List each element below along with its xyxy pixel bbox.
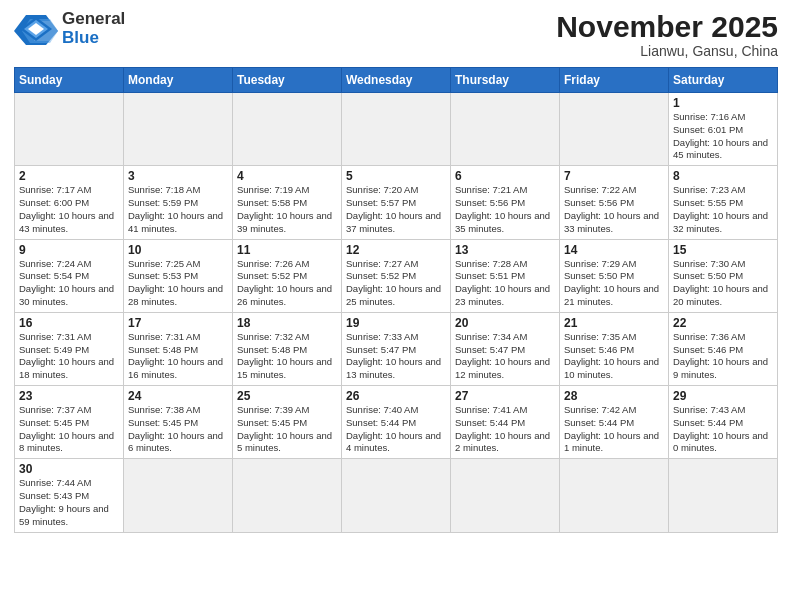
- calendar-cell-17: 12Sunrise: 7:27 AMSunset: 5:52 PMDayligh…: [342, 239, 451, 312]
- logo-general: General: [62, 10, 125, 29]
- calendar-cell-27: 22Sunrise: 7:36 AMSunset: 5:46 PMDayligh…: [669, 312, 778, 385]
- day-number: 27: [455, 389, 555, 403]
- calendar-cell-39: [451, 459, 560, 532]
- day-number: 5: [346, 169, 446, 183]
- day-number: 4: [237, 169, 337, 183]
- calendar-cell-33: 28Sunrise: 7:42 AMSunset: 5:44 PMDayligh…: [560, 386, 669, 459]
- calendar-cell-35: 30Sunrise: 7:44 AMSunset: 5:43 PMDayligh…: [15, 459, 124, 532]
- day-number: 28: [564, 389, 664, 403]
- day-info: Sunrise: 7:28 AMSunset: 5:51 PMDaylight:…: [455, 258, 555, 309]
- page: General Blue November 2025 Lianwu, Gansu…: [0, 0, 792, 612]
- calendar-cell-2: [233, 93, 342, 166]
- week-row-3: 9Sunrise: 7:24 AMSunset: 5:54 PMDaylight…: [15, 239, 778, 312]
- day-info: Sunrise: 7:17 AMSunset: 6:00 PMDaylight:…: [19, 184, 119, 235]
- calendar-cell-1: [124, 93, 233, 166]
- calendar-cell-26: 21Sunrise: 7:35 AMSunset: 5:46 PMDayligh…: [560, 312, 669, 385]
- day-info: Sunrise: 7:36 AMSunset: 5:46 PMDaylight:…: [673, 331, 773, 382]
- day-number: 25: [237, 389, 337, 403]
- day-info: Sunrise: 7:44 AMSunset: 5:43 PMDaylight:…: [19, 477, 119, 528]
- header-thursday: Thursday: [451, 68, 560, 93]
- day-info: Sunrise: 7:31 AMSunset: 5:48 PMDaylight:…: [128, 331, 228, 382]
- day-number: 29: [673, 389, 773, 403]
- weekday-header-row: Sunday Monday Tuesday Wednesday Thursday…: [15, 68, 778, 93]
- day-info: Sunrise: 7:19 AMSunset: 5:58 PMDaylight:…: [237, 184, 337, 235]
- calendar: Sunday Monday Tuesday Wednesday Thursday…: [14, 67, 778, 533]
- day-number: 15: [673, 243, 773, 257]
- calendar-cell-19: 14Sunrise: 7:29 AMSunset: 5:50 PMDayligh…: [560, 239, 669, 312]
- calendar-cell-18: 13Sunrise: 7:28 AMSunset: 5:51 PMDayligh…: [451, 239, 560, 312]
- day-number: 19: [346, 316, 446, 330]
- day-info: Sunrise: 7:34 AMSunset: 5:47 PMDaylight:…: [455, 331, 555, 382]
- logo-text: General Blue: [62, 10, 125, 47]
- calendar-cell-38: [342, 459, 451, 532]
- calendar-cell-41: [669, 459, 778, 532]
- day-info: Sunrise: 7:27 AMSunset: 5:52 PMDaylight:…: [346, 258, 446, 309]
- day-info: Sunrise: 7:43 AMSunset: 5:44 PMDaylight:…: [673, 404, 773, 455]
- day-info: Sunrise: 7:40 AMSunset: 5:44 PMDaylight:…: [346, 404, 446, 455]
- week-row-1: 1Sunrise: 7:16 AMSunset: 6:01 PMDaylight…: [15, 93, 778, 166]
- calendar-cell-28: 23Sunrise: 7:37 AMSunset: 5:45 PMDayligh…: [15, 386, 124, 459]
- calendar-cell-34: 29Sunrise: 7:43 AMSunset: 5:44 PMDayligh…: [669, 386, 778, 459]
- day-info: Sunrise: 7:42 AMSunset: 5:44 PMDaylight:…: [564, 404, 664, 455]
- day-number: 17: [128, 316, 228, 330]
- logo-icon: [14, 11, 58, 47]
- week-row-5: 23Sunrise: 7:37 AMSunset: 5:45 PMDayligh…: [15, 386, 778, 459]
- day-info: Sunrise: 7:22 AMSunset: 5:56 PMDaylight:…: [564, 184, 664, 235]
- day-info: Sunrise: 7:39 AMSunset: 5:45 PMDaylight:…: [237, 404, 337, 455]
- day-number: 3: [128, 169, 228, 183]
- calendar-cell-23: 18Sunrise: 7:32 AMSunset: 5:48 PMDayligh…: [233, 312, 342, 385]
- day-info: Sunrise: 7:21 AMSunset: 5:56 PMDaylight:…: [455, 184, 555, 235]
- calendar-cell-37: [233, 459, 342, 532]
- calendar-cell-22: 17Sunrise: 7:31 AMSunset: 5:48 PMDayligh…: [124, 312, 233, 385]
- day-number: 7: [564, 169, 664, 183]
- calendar-cell-5: [560, 93, 669, 166]
- day-info: Sunrise: 7:23 AMSunset: 5:55 PMDaylight:…: [673, 184, 773, 235]
- day-number: 18: [237, 316, 337, 330]
- calendar-cell-16: 11Sunrise: 7:26 AMSunset: 5:52 PMDayligh…: [233, 239, 342, 312]
- calendar-cell-29: 24Sunrise: 7:38 AMSunset: 5:45 PMDayligh…: [124, 386, 233, 459]
- day-info: Sunrise: 7:30 AMSunset: 5:50 PMDaylight:…: [673, 258, 773, 309]
- calendar-cell-14: 9Sunrise: 7:24 AMSunset: 5:54 PMDaylight…: [15, 239, 124, 312]
- day-info: Sunrise: 7:16 AMSunset: 6:01 PMDaylight:…: [673, 111, 773, 162]
- day-number: 22: [673, 316, 773, 330]
- title-block: November 2025 Lianwu, Gansu, China: [556, 10, 778, 59]
- day-number: 26: [346, 389, 446, 403]
- day-number: 11: [237, 243, 337, 257]
- calendar-cell-24: 19Sunrise: 7:33 AMSunset: 5:47 PMDayligh…: [342, 312, 451, 385]
- calendar-cell-32: 27Sunrise: 7:41 AMSunset: 5:44 PMDayligh…: [451, 386, 560, 459]
- calendar-cell-13: 8Sunrise: 7:23 AMSunset: 5:55 PMDaylight…: [669, 166, 778, 239]
- logo: General Blue: [14, 10, 125, 47]
- calendar-cell-10: 5Sunrise: 7:20 AMSunset: 5:57 PMDaylight…: [342, 166, 451, 239]
- day-info: Sunrise: 7:41 AMSunset: 5:44 PMDaylight:…: [455, 404, 555, 455]
- week-row-6: 30Sunrise: 7:44 AMSunset: 5:43 PMDayligh…: [15, 459, 778, 532]
- day-info: Sunrise: 7:18 AMSunset: 5:59 PMDaylight:…: [128, 184, 228, 235]
- calendar-cell-36: [124, 459, 233, 532]
- day-number: 21: [564, 316, 664, 330]
- day-info: Sunrise: 7:29 AMSunset: 5:50 PMDaylight:…: [564, 258, 664, 309]
- week-row-4: 16Sunrise: 7:31 AMSunset: 5:49 PMDayligh…: [15, 312, 778, 385]
- day-number: 23: [19, 389, 119, 403]
- day-number: 6: [455, 169, 555, 183]
- calendar-cell-40: [560, 459, 669, 532]
- day-info: Sunrise: 7:33 AMSunset: 5:47 PMDaylight:…: [346, 331, 446, 382]
- day-number: 10: [128, 243, 228, 257]
- day-number: 24: [128, 389, 228, 403]
- day-number: 12: [346, 243, 446, 257]
- calendar-cell-7: 2Sunrise: 7:17 AMSunset: 6:00 PMDaylight…: [15, 166, 124, 239]
- day-info: Sunrise: 7:37 AMSunset: 5:45 PMDaylight:…: [19, 404, 119, 455]
- calendar-cell-3: [342, 93, 451, 166]
- day-info: Sunrise: 7:32 AMSunset: 5:48 PMDaylight:…: [237, 331, 337, 382]
- day-info: Sunrise: 7:20 AMSunset: 5:57 PMDaylight:…: [346, 184, 446, 235]
- day-number: 8: [673, 169, 773, 183]
- calendar-cell-8: 3Sunrise: 7:18 AMSunset: 5:59 PMDaylight…: [124, 166, 233, 239]
- header-friday: Friday: [560, 68, 669, 93]
- location: Lianwu, Gansu, China: [556, 43, 778, 59]
- day-number: 1: [673, 96, 773, 110]
- calendar-cell-15: 10Sunrise: 7:25 AMSunset: 5:53 PMDayligh…: [124, 239, 233, 312]
- day-number: 9: [19, 243, 119, 257]
- day-info: Sunrise: 7:31 AMSunset: 5:49 PMDaylight:…: [19, 331, 119, 382]
- day-info: Sunrise: 7:24 AMSunset: 5:54 PMDaylight:…: [19, 258, 119, 309]
- day-number: 20: [455, 316, 555, 330]
- header-monday: Monday: [124, 68, 233, 93]
- month-title: November 2025: [556, 10, 778, 43]
